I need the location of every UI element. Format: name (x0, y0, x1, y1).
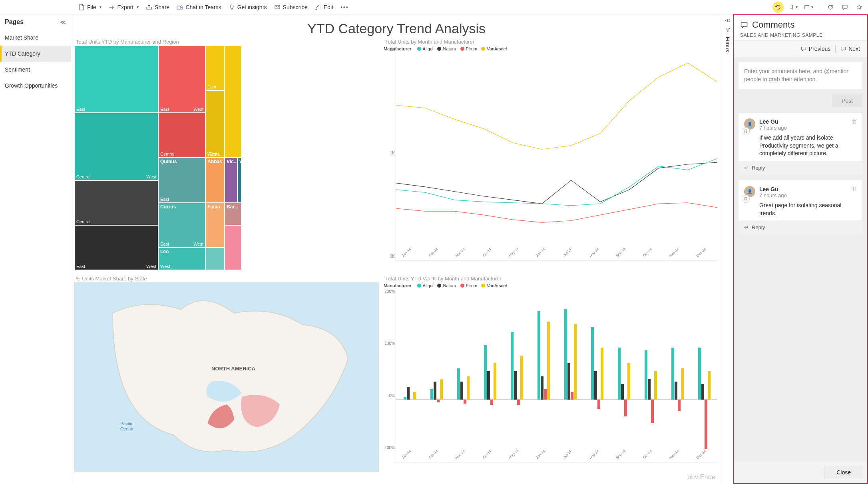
bar[interactable] (621, 384, 624, 400)
page-item-market-share[interactable]: Market Share (0, 30, 71, 46)
map-visual[interactable]: % Units Market Share by State (74, 275, 379, 472)
file-menu[interactable]: File ▾ (75, 2, 105, 12)
bar-chart-visual[interactable]: Total Units YTD Var % by Month and Manuf… (384, 275, 719, 472)
treemap-cell[interactable]: East (205, 46, 225, 90)
reply-button[interactable]: ↩Reply (739, 220, 862, 234)
page-item-sentiment[interactable]: Sentiment (0, 62, 71, 78)
refresh-button[interactable] (825, 2, 836, 13)
legend-item[interactable]: Natura (437, 283, 456, 288)
post-button[interactable]: Post (832, 94, 862, 107)
filters-pane-collapsed[interactable]: ≪ Filters (722, 14, 733, 484)
comment-button[interactable] (839, 2, 850, 13)
treemap-visual[interactable]: Total Units YTD by Manufacturer and Regi… (74, 38, 379, 270)
subscribe-button[interactable]: Subscribe (271, 2, 311, 12)
bar[interactable] (705, 400, 707, 449)
bar[interactable] (678, 400, 681, 411)
legend-item[interactable]: Pirum (460, 283, 478, 288)
line-chart-visual[interactable]: Total Units by Month and Manufacturer Ma… (384, 38, 719, 270)
bar[interactable] (618, 348, 621, 400)
bar[interactable] (681, 368, 684, 400)
bar[interactable] (434, 382, 436, 400)
bar[interactable] (467, 376, 470, 400)
legend-item[interactable]: Aliqui (417, 283, 434, 288)
treemap-cell[interactable]: Bar... (225, 203, 241, 225)
bar[interactable] (547, 322, 550, 400)
view-menu[interactable]: ▾ (802, 2, 815, 13)
bookmark-menu[interactable]: ▾ (787, 2, 799, 13)
bar[interactable] (675, 382, 677, 400)
legend-item[interactable]: VanArsdel (481, 46, 507, 51)
bar[interactable] (645, 350, 647, 400)
bar[interactable] (413, 392, 416, 400)
bar[interactable] (437, 400, 440, 402)
treemap-cell[interactable]: CurrusEastWest (158, 203, 205, 248)
previous-comment-button[interactable]: Previous (799, 45, 832, 53)
bar[interactable] (517, 400, 520, 405)
legend-item[interactable]: Pirum (460, 46, 478, 51)
bar[interactable] (514, 371, 517, 400)
bar[interactable] (654, 371, 657, 400)
bar[interactable] (460, 382, 463, 400)
bar[interactable] (601, 348, 603, 400)
comment-input[interactable]: Enter your comments here, and @mention p… (739, 62, 862, 89)
legend-item[interactable]: VanArsdel (481, 283, 507, 288)
bar[interactable] (490, 400, 493, 405)
close-comments-button[interactable]: Close (824, 466, 863, 479)
next-comment-button[interactable]: Next (839, 45, 862, 53)
bar[interactable] (511, 332, 514, 400)
bar[interactable] (708, 371, 711, 400)
treemap-cell[interactable]: Central (158, 113, 205, 158)
bar[interactable] (671, 348, 674, 400)
treemap-cell[interactable]: Abbas (205, 158, 225, 202)
reset-button[interactable] (772, 2, 784, 13)
bar[interactable] (541, 376, 543, 400)
expand-filters-icon[interactable]: ≪ (725, 18, 730, 23)
export-menu[interactable]: Export ▾ (106, 2, 142, 12)
bar[interactable] (404, 397, 406, 400)
treemap-cell[interactable]: Fama (205, 203, 225, 248)
chat-teams-button[interactable]: Chat in Teams (173, 2, 224, 12)
bar[interactable] (701, 384, 704, 400)
page-item-growth-opportunities[interactable]: Growth Opportunities (0, 78, 71, 94)
treemap-cell[interactable]: Central (74, 180, 158, 225)
bar[interactable] (564, 309, 567, 400)
insights-button[interactable]: Get insights (225, 2, 270, 12)
treemap-cell[interactable]: Vic... (225, 158, 237, 202)
bar[interactable] (484, 345, 487, 400)
bar[interactable] (627, 363, 630, 400)
page-item-ytd-category[interactable]: YTD Category (0, 46, 71, 62)
bar[interactable] (407, 387, 410, 400)
bar[interactable] (648, 379, 651, 400)
treemap-cell[interactable]: EastWest (158, 46, 205, 113)
reply-button[interactable]: ↩Reply (739, 161, 862, 175)
treemap-cell[interactable]: LeoWest (158, 248, 205, 270)
legend-item[interactable]: Natura (437, 46, 456, 51)
bar[interactable] (594, 371, 597, 400)
treemap-cell[interactable]: EastWest (74, 225, 158, 270)
collapse-sidebar-icon[interactable]: ≪ (60, 19, 66, 25)
bar[interactable] (538, 311, 540, 400)
treemap-cell[interactable] (225, 225, 241, 270)
treemap-cell[interactable]: W... (237, 158, 241, 202)
bar[interactable] (520, 356, 523, 400)
share-button[interactable]: Share (143, 2, 173, 12)
treemap-cell[interactable] (205, 248, 225, 270)
bar[interactable] (574, 324, 577, 400)
favorite-button[interactable] (854, 2, 865, 13)
treemap-cell[interactable]: East (74, 46, 158, 113)
bar[interactable] (487, 371, 490, 400)
legend-item[interactable]: Aliqui (417, 46, 434, 51)
bar[interactable] (567, 363, 570, 400)
bar[interactable] (457, 368, 460, 400)
more-menu[interactable]: ••• (337, 2, 352, 12)
bar[interactable] (698, 348, 701, 400)
bar[interactable] (464, 400, 466, 404)
bar[interactable] (591, 327, 594, 400)
treemap-cell[interactable]: CentralWest (74, 113, 158, 180)
bar[interactable] (494, 363, 496, 400)
treemap-cell[interactable] (225, 46, 241, 158)
treemap-cell[interactable]: QuibusEast (158, 158, 205, 202)
treemap-cell[interactable]: WestCent... (205, 90, 225, 158)
bar[interactable] (440, 379, 443, 400)
bar[interactable] (597, 400, 600, 409)
